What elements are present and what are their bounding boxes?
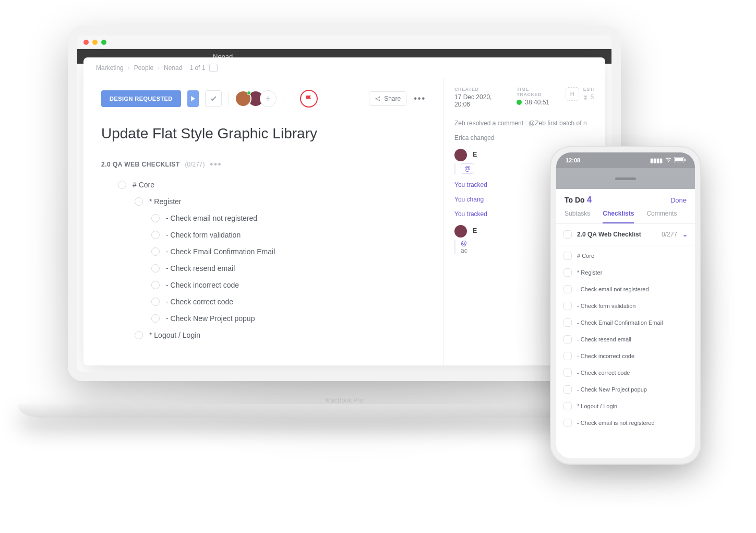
checkbox-icon[interactable]: [135, 197, 143, 206]
meta-estimate[interactable]: H ESTI ⧗ 5: [566, 87, 595, 101]
crumb-people[interactable]: People: [134, 64, 153, 72]
checkbox-icon[interactable]: [563, 335, 572, 344]
chevron-right-icon: ›: [128, 64, 130, 72]
checkbox-icon[interactable]: [151, 247, 160, 256]
close-icon[interactable]: [83, 40, 89, 45]
share-icon: [375, 96, 381, 102]
svg-point-1: [379, 97, 380, 98]
tab-comments[interactable]: Comments: [646, 210, 677, 223]
hourglass-icon: H: [566, 87, 579, 101]
crumb-marketing[interactable]: Marketing: [96, 64, 124, 72]
list-item[interactable]: * Logout / Login: [556, 398, 695, 414]
checkbox-icon[interactable]: [151, 214, 160, 222]
checkbox-icon[interactable]: [563, 352, 572, 360]
phone-checklist: # Core * Register - Check email not regi…: [556, 245, 695, 458]
svg-point-2: [379, 100, 380, 101]
done-button[interactable]: Done: [670, 196, 687, 204]
svg-rect-4: [675, 158, 683, 161]
checklist-item[interactable]: - Check email not registered: [101, 210, 426, 227]
meta-time-tracked[interactable]: TIME TRACKED 38:40:51: [517, 87, 550, 106]
presence-dot-icon: [247, 91, 251, 95]
list-item[interactable]: - Check email not registered: [556, 281, 695, 298]
checklist-item[interactable]: # Core: [101, 176, 426, 193]
checkbox-icon[interactable]: [151, 281, 160, 289]
checklist-name[interactable]: 2.0 QA WEB CHECKLIST: [101, 161, 180, 168]
phone-sheet-title: To Do: [565, 196, 585, 204]
tab-checklists[interactable]: Checklists: [603, 210, 634, 223]
checkbox-icon[interactable]: [563, 302, 572, 310]
checklist-item[interactable]: - Check form validation: [101, 227, 426, 243]
checkbox-icon[interactable]: [563, 419, 572, 427]
signal-icon: ▮▮▮▮: [650, 157, 663, 164]
crumb-nenad[interactable]: Nenad: [164, 64, 182, 72]
list-item[interactable]: * Register: [556, 264, 695, 281]
minimize-icon[interactable]: [92, 40, 98, 45]
priority-flag-button[interactable]: [300, 90, 318, 108]
checkbox-icon[interactable]: [151, 298, 160, 306]
checklist-menu-button[interactable]: •••: [210, 160, 222, 169]
wifi-icon: [665, 157, 672, 163]
window-titlebar: [77, 35, 611, 49]
tab-subtasks[interactable]: Subtasks: [565, 210, 590, 223]
checkbox-icon[interactable]: [563, 230, 572, 239]
share-button[interactable]: Share: [369, 91, 406, 106]
divider: [228, 92, 229, 105]
checkbox-icon[interactable]: [563, 369, 572, 377]
checkbox-icon[interactable]: [151, 231, 160, 239]
breadcrumb-pager: 1 of 1: [189, 64, 205, 72]
checkbox-icon[interactable]: [118, 181, 126, 189]
maximize-icon[interactable]: [101, 40, 106, 45]
avatar: [454, 149, 467, 161]
status-button[interactable]: DESIGN REQUESTED: [101, 90, 181, 107]
checklist-item[interactable]: - Check New Project popup: [101, 310, 426, 327]
list-item[interactable]: - Check Email Confirmation Email: [556, 314, 695, 331]
phone-drag-handle[interactable]: [556, 168, 695, 189]
list-item[interactable]: - Check email is not registered: [556, 414, 695, 431]
checklist-item[interactable]: - Check resend email: [101, 260, 426, 277]
list-item[interactable]: - Check form validation: [556, 298, 695, 314]
mention-chip[interactable]: @: [461, 163, 474, 174]
avatar[interactable]: [235, 90, 251, 107]
checkbox-icon[interactable]: [563, 402, 572, 410]
checkbox-icon[interactable]: [563, 268, 572, 277]
check-icon: [210, 95, 217, 102]
battery-icon: [674, 157, 686, 163]
status-next-button[interactable]: [187, 90, 199, 107]
meta-created: CREATED 17 Dec 2020, 20:06: [454, 87, 501, 108]
checkbox-icon[interactable]: [151, 314, 160, 323]
phone-checklist-header[interactable]: 2.0 QA Web Checklist 0/277 ⌄: [556, 224, 695, 245]
checklist-item[interactable]: * Logout / Login: [101, 327, 426, 344]
phone-clock: 12:08: [566, 157, 580, 163]
task-title[interactable]: Update Flat Style Graphic Library: [101, 125, 426, 142]
checklist-item[interactable]: - Check Email Confirmation Email: [101, 243, 426, 260]
checkbox-icon[interactable]: [563, 252, 572, 260]
chevron-down-icon[interactable]: ⌄: [682, 231, 688, 238]
checkbox-icon[interactable]: [563, 285, 572, 293]
timer-play-icon[interactable]: [517, 100, 522, 105]
checkbox-icon[interactable]: [135, 331, 143, 339]
checkbox-icon[interactable]: [151, 264, 160, 273]
list-item[interactable]: - Check resend email: [556, 331, 695, 348]
flag-icon: [306, 95, 312, 102]
checklist: # Core * Register - Check email not regi…: [101, 176, 426, 344]
checklist-item[interactable]: * Register: [101, 193, 426, 210]
list-item[interactable]: - Check correct code: [556, 364, 695, 381]
play-icon: [191, 96, 195, 101]
chevron-right-icon: ›: [158, 64, 160, 72]
avatar: [454, 225, 467, 238]
checkbox-icon[interactable]: [563, 318, 572, 327]
open-in-new-icon[interactable]: [209, 64, 218, 72]
checklist-item[interactable]: - Check incorrect code: [101, 277, 426, 293]
checkbox-icon[interactable]: [563, 385, 572, 394]
divider: [283, 92, 283, 105]
assignees[interactable]: +: [235, 90, 277, 107]
activity-line: Erica changed: [454, 134, 595, 141]
more-menu-button[interactable]: •••: [414, 94, 426, 103]
list-item[interactable]: - Check incorrect code: [556, 348, 695, 364]
add-assignee-button[interactable]: +: [260, 90, 277, 107]
list-item[interactable]: - Check New Project popup: [556, 381, 695, 398]
phone-sheet-count: 4: [587, 195, 592, 204]
list-item[interactable]: # Core: [556, 247, 695, 264]
complete-button[interactable]: [205, 90, 222, 107]
checklist-item[interactable]: - Check correct code: [101, 293, 426, 310]
